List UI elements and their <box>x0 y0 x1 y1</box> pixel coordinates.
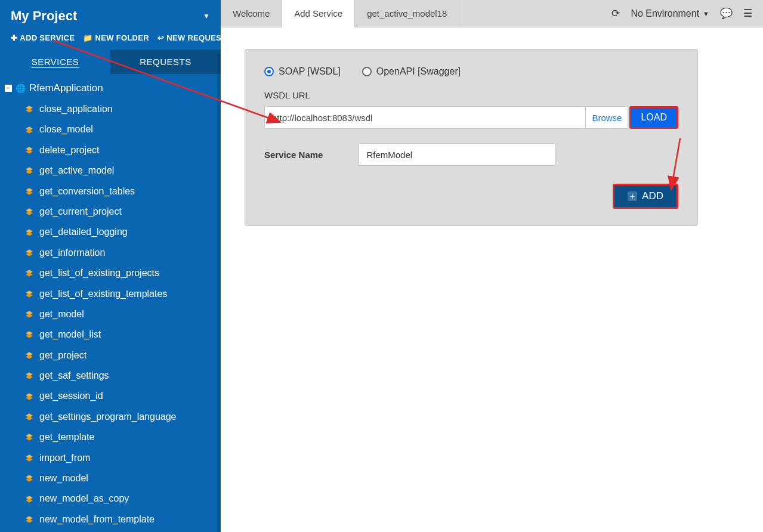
wsdl-url-input[interactable]: http://localhost:8083/wsdl <box>264 106 586 129</box>
svg-marker-9 <box>26 191 33 195</box>
main-tab[interactable]: Add Service <box>282 0 355 27</box>
browse-button[interactable]: Browse <box>586 106 628 129</box>
svg-marker-13 <box>26 231 33 236</box>
radio-openapi-label: OpenAPI [Swagger] <box>376 66 461 77</box>
tree-item[interactable]: new_model_as_copy <box>0 488 221 509</box>
tree-item[interactable]: get_model <box>0 304 221 324</box>
main-tab[interactable]: get_active_model18 <box>355 0 459 27</box>
layers-icon <box>25 454 33 462</box>
tree-root-row[interactable]: − 🌐 RfemApplication <box>0 78 221 99</box>
tree-item[interactable]: close_application <box>0 99 221 119</box>
add-service-panel: SOAP [WSDL] OpenAPI [Swagger] WSDL URL h… <box>245 49 698 226</box>
chat-icon[interactable]: 💬 <box>720 7 733 20</box>
layers-icon <box>25 269 33 277</box>
svg-marker-3 <box>26 129 33 133</box>
environment-label: No Environment <box>631 8 699 19</box>
wsdl-url-row: http://localhost:8083/wsdl Browse LOAD <box>264 106 678 129</box>
api-type-radio-group: SOAP [WSDL] OpenAPI [Swagger] <box>264 66 678 77</box>
tree-item[interactable]: delete_project <box>0 140 221 160</box>
svg-marker-25 <box>26 355 33 359</box>
tree-item-label: get_project <box>39 349 87 362</box>
service-name-input[interactable]: RfemModel <box>359 143 555 166</box>
tree-item-label: get_list_of_existing_projects <box>39 267 159 280</box>
new-request-button[interactable]: ↩ NEW REQUEST <box>157 33 221 42</box>
tree-item-label: get_session_id <box>39 389 103 403</box>
tree-item[interactable]: get_settings_program_language <box>0 407 221 427</box>
service-name-label: Service Name <box>264 150 323 160</box>
tree-item[interactable]: get_model_list <box>0 324 221 345</box>
tab-services[interactable]: SERVICES <box>0 50 110 74</box>
layers-icon <box>25 166 33 175</box>
main-area: WelcomeAdd Serviceget_active_model18 ⟳ N… <box>221 0 763 532</box>
add-button[interactable]: + ADD <box>613 184 678 209</box>
layers-icon <box>25 208 33 216</box>
radio-dot-icon <box>362 67 372 76</box>
plus-icon: + <box>628 191 637 201</box>
tree-item[interactable]: get_conversion_tables <box>0 181 221 202</box>
panel-footer: + ADD <box>264 184 678 209</box>
tree-item[interactable]: import_from <box>0 448 221 468</box>
svg-marker-5 <box>26 150 33 154</box>
layers-icon <box>25 515 33 524</box>
radio-soap-label: SOAP [WSDL] <box>279 66 341 77</box>
layers-icon <box>25 372 33 380</box>
wsdl-url-label: WSDL URL <box>264 90 678 100</box>
new-folder-button[interactable]: 📁 NEW FOLDER <box>83 33 149 42</box>
tree-item-label: import_from <box>39 451 90 465</box>
sidebar-actions: ✚ ADD SERVICE 📁 NEW FOLDER ↩ NEW REQUEST <box>0 30 221 50</box>
folder-plus-icon: 📁 <box>83 34 92 42</box>
request-icon: ↩ <box>157 34 164 42</box>
layers-icon <box>25 474 33 482</box>
add-button-label: ADD <box>642 190 663 202</box>
main-tabs: WelcomeAdd Serviceget_active_model18 <box>221 0 459 27</box>
load-button[interactable]: LOAD <box>629 106 678 129</box>
tree-item[interactable]: get_detailed_logging <box>0 222 221 242</box>
main-tab[interactable]: Welcome <box>221 0 282 27</box>
tree-item[interactable]: get_active_model <box>0 160 221 181</box>
tree-item[interactable]: get_saf_settings <box>0 366 221 386</box>
svg-marker-7 <box>26 170 33 174</box>
sidebar-scrollbar[interactable] <box>217 54 221 532</box>
tree-item[interactable]: close_model <box>0 119 221 140</box>
tree-item-label: new_model_from_template <box>39 513 155 526</box>
tree-item[interactable]: new_model <box>0 468 221 488</box>
project-menu-caret-icon[interactable]: ▼ <box>203 12 210 20</box>
tree-item[interactable]: new_model_from_template <box>0 509 221 530</box>
project-header: My Project ▼ <box>0 0 221 30</box>
tree-item-label: get_model_list <box>39 328 101 341</box>
tree-collapse-icon[interactable]: − <box>5 85 12 92</box>
layers-icon <box>25 351 33 360</box>
menu-icon[interactable]: ☰ <box>743 7 752 20</box>
svg-marker-37 <box>26 478 33 482</box>
tree-item-label: close_model <box>39 123 93 136</box>
tree-item[interactable]: get_list_of_existing_projects <box>0 263 221 283</box>
svg-marker-17 <box>26 273 33 277</box>
tree-item[interactable]: get_session_id <box>0 386 221 406</box>
service-name-row: Service Name RfemModel <box>264 143 678 166</box>
svg-marker-27 <box>26 375 33 379</box>
plus-circle-icon: ✚ <box>11 34 17 42</box>
tree-item[interactable]: get_template <box>0 427 221 447</box>
tree-item-label: get_active_model <box>39 164 114 177</box>
tree-item[interactable]: get_information <box>0 243 221 263</box>
svg-marker-1 <box>26 109 33 113</box>
new-request-label: NEW REQUEST <box>166 33 221 42</box>
tree-item[interactable]: get_project <box>0 345 221 366</box>
tree-item[interactable]: get_current_project <box>0 202 221 222</box>
topbar-right: ⟳ No Environment ▼ 💬 ☰ <box>611 0 763 27</box>
sidebar: My Project ▼ ✚ ADD SERVICE 📁 NEW FOLDER … <box>0 0 221 532</box>
svg-marker-33 <box>26 437 33 441</box>
radio-soap[interactable]: SOAP [WSDL] <box>264 66 341 77</box>
tab-requests[interactable]: REQUESTS <box>110 50 221 74</box>
environment-picker[interactable]: No Environment ▼ <box>631 8 709 19</box>
content: SOAP [WSDL] OpenAPI [Swagger] WSDL URL h… <box>221 27 763 532</box>
tree-item[interactable]: get_list_of_existing_templates <box>0 284 221 304</box>
layers-icon <box>25 249 33 257</box>
refresh-icon[interactable]: ⟳ <box>611 7 620 20</box>
layers-icon <box>25 330 33 339</box>
tree-item-label: get_template <box>39 431 95 444</box>
tree-item-label: get_detailed_logging <box>39 225 128 239</box>
add-service-button[interactable]: ✚ ADD SERVICE <box>11 33 75 42</box>
radio-openapi[interactable]: OpenAPI [Swagger] <box>362 66 461 77</box>
layers-icon <box>25 187 33 196</box>
